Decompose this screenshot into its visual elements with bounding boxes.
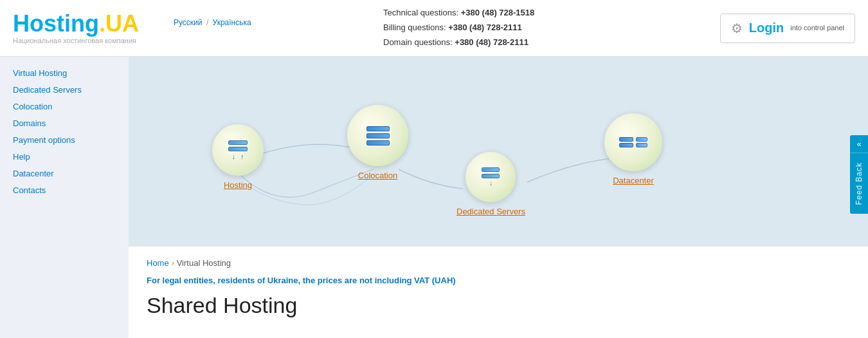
page-title: Shared Hosting xyxy=(147,293,850,318)
technical-label: Technical questions: xyxy=(383,8,458,17)
sidebar-item-payment[interactable]: Payment options xyxy=(13,135,116,145)
colocation-circle xyxy=(347,105,408,166)
contact-info: Technical questions: +380 (48) 728-1518 … xyxy=(383,6,534,50)
sidebar-item-dedicated-servers[interactable]: Dedicated Servers xyxy=(13,85,116,95)
logo[interactable]: Hosting.UA xyxy=(13,12,139,35)
breadcrumb-home[interactable]: Home xyxy=(147,258,169,268)
feedback-tab[interactable]: « Feed Back xyxy=(850,135,868,214)
login-button[interactable]: ⚙ Login into control panel xyxy=(720,14,855,43)
lang-switcher: Русский / Українська xyxy=(174,18,251,27)
login-sub: into control panel xyxy=(790,23,844,32)
datacenter-circle xyxy=(604,113,662,171)
logo-area: Hosting.UA Национальная хостинговая комп… xyxy=(13,12,139,44)
main-body: Virtual Hosting Dedicated Servers Coloca… xyxy=(0,57,868,338)
domain-phone: +380 (48) 728-2111 xyxy=(455,37,529,47)
logo-ua: UA xyxy=(105,10,139,37)
sidebar-item-datacenter[interactable]: Datacenter xyxy=(13,169,116,178)
dedicated-node[interactable]: ↓ Dedicated Servers xyxy=(457,152,525,216)
gear-icon: ⚙ xyxy=(731,21,743,36)
content-section: Home › Virtual Hosting For legal entitie… xyxy=(129,247,868,338)
header: Hosting.UA Национальная хостинговая комп… xyxy=(0,0,868,57)
vat-notice: For legal entities, residents of Ukraine… xyxy=(147,276,850,285)
colocation-node[interactable]: Colocation xyxy=(347,105,408,180)
sidebar: Virtual Hosting Dedicated Servers Coloca… xyxy=(0,57,129,338)
lang-ru-link[interactable]: Русский xyxy=(174,18,203,27)
dedicated-server-icon: ↓ xyxy=(482,167,500,187)
hosting-server-icon: ↓↑ xyxy=(228,140,248,160)
lang-separator: / xyxy=(206,18,208,27)
feedback-arrow-icon: « xyxy=(850,135,868,153)
right-area: ↓↑ Hosting Colocation xyxy=(129,57,868,338)
technical-phone: +380 (48) 728-1518 xyxy=(461,8,535,17)
billing-phone: +380 (48) 728-2111 xyxy=(448,23,522,32)
datacenter-node[interactable]: Datacenter xyxy=(604,113,662,185)
sidebar-item-domains[interactable]: Domains xyxy=(13,118,116,128)
sidebar-item-help[interactable]: Help xyxy=(13,152,116,162)
hosting-circle: ↓↑ xyxy=(212,124,264,176)
diagram-section: ↓↑ Hosting Colocation xyxy=(129,57,868,247)
logo-dot: . xyxy=(99,10,105,37)
datacenter-server-icon xyxy=(619,137,647,147)
domain-label: Domain questions: xyxy=(383,37,453,47)
colocation-server-icon xyxy=(366,126,390,146)
hosting-node[interactable]: ↓↑ Hosting xyxy=(212,124,264,190)
billing-label: Billing questions: xyxy=(383,23,446,32)
breadcrumb: Home › Virtual Hosting xyxy=(147,258,850,268)
lang-ua-link[interactable]: Українська xyxy=(213,18,251,27)
breadcrumb-current: Virtual Hosting xyxy=(177,258,231,268)
logo-tagline: Национальная хостинговая компания xyxy=(13,37,139,44)
colocation-label[interactable]: Colocation xyxy=(358,171,397,180)
sidebar-item-virtual-hosting[interactable]: Virtual Hosting xyxy=(13,68,116,78)
sidebar-item-colocation[interactable]: Colocation xyxy=(13,102,116,111)
logo-hosting: Hosting xyxy=(13,10,99,37)
sidebar-item-contacts[interactable]: Contacts xyxy=(13,185,116,195)
feedback-label: Feed Back xyxy=(850,153,868,214)
dedicated-circle: ↓ xyxy=(466,152,516,202)
datacenter-label[interactable]: Datacenter xyxy=(613,176,654,185)
breadcrumb-arrow: › xyxy=(172,259,174,268)
login-label: Login xyxy=(749,21,784,35)
hosting-label[interactable]: Hosting xyxy=(224,180,252,190)
dedicated-label[interactable]: Dedicated Servers xyxy=(457,207,525,216)
